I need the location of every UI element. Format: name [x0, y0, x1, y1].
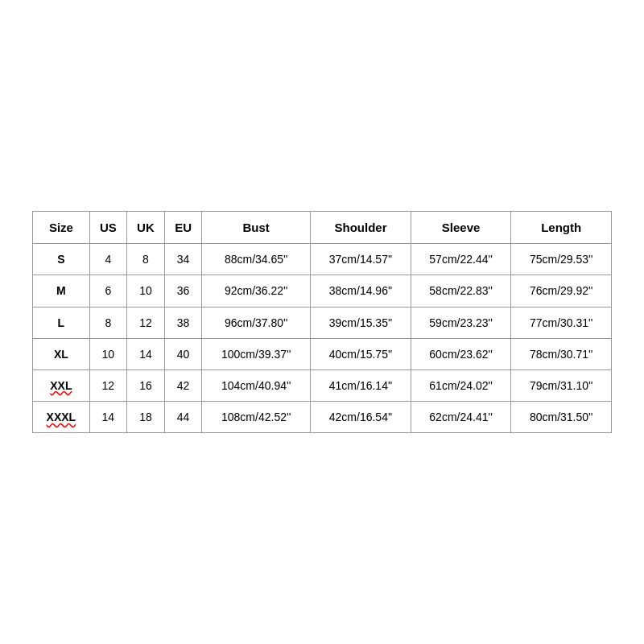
header-bust: Bust — [202, 211, 311, 244]
cell-uk: 16 — [126, 369, 164, 401]
header-eu: EU — [165, 211, 202, 244]
cell-us: 6 — [89, 275, 126, 307]
table-row: XXXL141844108cm/42.52''42cm/16.54''62cm/… — [33, 402, 612, 433]
cell-us: 10 — [89, 338, 126, 369]
cell-bust: 104cm/40.94'' — [202, 369, 311, 401]
cell-length: 80cm/31.50'' — [511, 402, 612, 433]
cell-us: 14 — [89, 402, 126, 433]
cell-sleeve: 57cm/22.44'' — [411, 244, 511, 275]
cell-size: S — [33, 244, 90, 275]
cell-sleeve: 58cm/22.83'' — [411, 275, 511, 307]
cell-sleeve: 60cm/23.62'' — [411, 338, 511, 369]
cell-bust: 96cm/37.80'' — [202, 307, 311, 338]
cell-sleeve: 59cm/23.23'' — [411, 307, 511, 338]
cell-us: 4 — [89, 244, 126, 275]
cell-bust: 88cm/34.65'' — [202, 244, 311, 275]
table-row: M6103692cm/36.22''38cm/14.96''58cm/22.83… — [33, 275, 612, 307]
header-sleeve: Sleeve — [411, 211, 511, 244]
table-row: S483488cm/34.65''37cm/14.57''57cm/22.44'… — [33, 244, 612, 275]
cell-eu: 44 — [165, 402, 202, 433]
table-row: L8123896cm/37.80''39cm/15.35''59cm/23.23… — [33, 307, 612, 338]
header-shoulder: Shoulder — [311, 211, 411, 244]
cell-size: XXXL — [33, 402, 90, 433]
table-header-row: Size US UK EU Bust Shoulder Sleeve Lengt… — [33, 211, 612, 244]
cell-eu: 36 — [165, 275, 202, 307]
cell-sleeve: 61cm/24.02'' — [411, 369, 511, 401]
cell-uk: 8 — [126, 244, 164, 275]
cell-eu: 40 — [165, 338, 202, 369]
header-length: Length — [511, 211, 612, 244]
header-size: Size — [33, 211, 90, 244]
cell-uk: 18 — [126, 402, 164, 433]
cell-shoulder: 39cm/15.35'' — [311, 307, 411, 338]
cell-shoulder: 40cm/15.75'' — [311, 338, 411, 369]
cell-bust: 92cm/36.22'' — [202, 275, 311, 307]
cell-shoulder: 42cm/16.54'' — [311, 402, 411, 433]
size-chart-container: Size US UK EU Bust Shoulder Sleeve Lengt… — [32, 211, 612, 434]
table-row: XL101440100cm/39.37''40cm/15.75''60cm/23… — [33, 338, 612, 369]
cell-eu: 34 — [165, 244, 202, 275]
cell-shoulder: 37cm/14.57'' — [311, 244, 411, 275]
header-uk: UK — [126, 211, 164, 244]
cell-us: 8 — [89, 307, 126, 338]
cell-length: 77cm/30.31'' — [511, 307, 612, 338]
cell-length: 76cm/29.92'' — [511, 275, 612, 307]
cell-uk: 12 — [126, 307, 164, 338]
cell-size: XXL — [33, 369, 90, 401]
header-us: US — [89, 211, 126, 244]
cell-us: 12 — [89, 369, 126, 401]
cell-sleeve: 62cm/24.41'' — [411, 402, 511, 433]
cell-shoulder: 38cm/14.96'' — [311, 275, 411, 307]
cell-size: M — [33, 275, 90, 307]
cell-length: 78cm/30.71'' — [511, 338, 612, 369]
cell-bust: 100cm/39.37'' — [202, 338, 311, 369]
cell-eu: 38 — [165, 307, 202, 338]
cell-size: XL — [33, 338, 90, 369]
cell-uk: 10 — [126, 275, 164, 307]
cell-eu: 42 — [165, 369, 202, 401]
cell-bust: 108cm/42.52'' — [202, 402, 311, 433]
cell-length: 75cm/29.53'' — [511, 244, 612, 275]
cell-shoulder: 41cm/16.14'' — [311, 369, 411, 401]
table-row: XXL121642104cm/40.94''41cm/16.14''61cm/2… — [33, 369, 612, 401]
size-chart-table: Size US UK EU Bust Shoulder Sleeve Lengt… — [32, 211, 612, 434]
cell-length: 79cm/31.10'' — [511, 369, 612, 401]
cell-uk: 14 — [126, 338, 164, 369]
cell-size: L — [33, 307, 90, 338]
